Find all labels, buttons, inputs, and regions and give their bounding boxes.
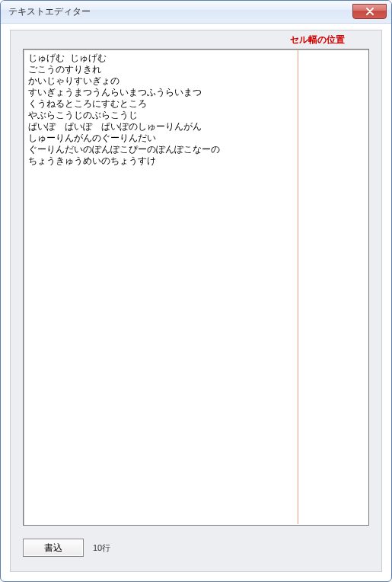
- write-button[interactable]: 書込: [23, 539, 84, 557]
- footer-bar: 書込 10行: [23, 536, 369, 559]
- close-button[interactable]: [352, 4, 387, 19]
- window-title: テキストエディター: [8, 5, 91, 18]
- write-button-label: 書込: [44, 542, 62, 555]
- titlebar: テキストエディター: [1, 1, 391, 24]
- client-area: セル幅の位置 じゅげむ じゅげむ ごこうのすりきれ かいじゃりすいぎょの すいぎ…: [10, 30, 382, 572]
- text-editor[interactable]: じゅげむ じゅげむ ごこうのすりきれ かいじゃりすいぎょの すいぎょうまつうんら…: [23, 49, 369, 526]
- line-count-label: 10行: [93, 542, 110, 554]
- editor-text-content[interactable]: じゅげむ じゅげむ ごこうのすりきれ かいじゃりすいぎょの すいぎょうまつうんら…: [28, 53, 364, 167]
- cell-width-marker-label: セル幅の位置: [290, 34, 345, 46]
- close-icon: [365, 8, 374, 15]
- editor-container: じゅげむ じゅげむ ごこうのすりきれ かいじゃりすいぎょの すいぎょうまつうんら…: [23, 49, 369, 526]
- app-window: テキストエディター セル幅の位置 じゅげむ じゅげむ ごこうのすりきれ かいじゃ…: [0, 0, 392, 582]
